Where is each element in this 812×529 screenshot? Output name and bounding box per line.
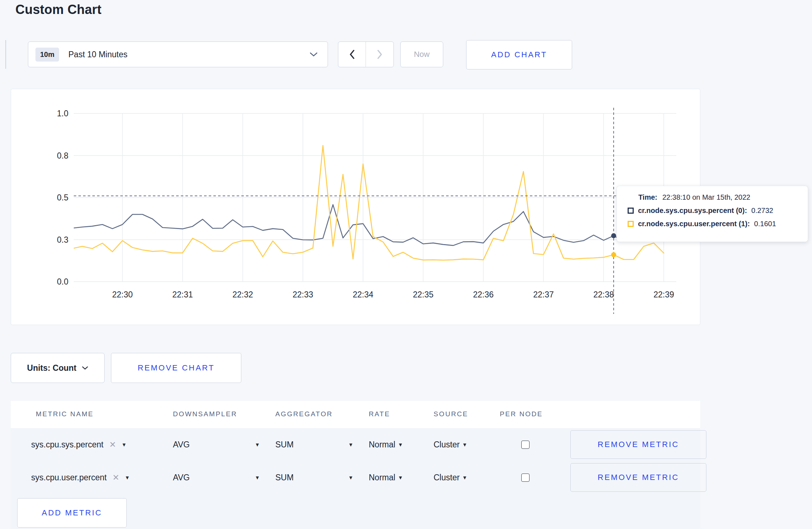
downsampler-select[interactable]: AVG ▾ <box>173 428 259 461</box>
col-header-aggregator: AGGREGATOR <box>275 410 333 418</box>
grid-lines <box>74 113 676 282</box>
aggregator-select[interactable]: SUM ▾ <box>275 461 352 494</box>
tooltip-series-name: cr.node.sys.cpu.sys.percent (0): <box>638 207 747 215</box>
chart-card: 0.00.30.50.81.022:3022:3122:3222:3322:34… <box>11 89 700 325</box>
remove-metric-button[interactable]: REMOVE METRIC <box>570 430 706 459</box>
svg-text:22:31: 22:31 <box>172 290 193 299</box>
per-node-checkbox[interactable] <box>521 474 530 482</box>
table-row: sys.cpu.sys.percent ✕ ▾ AVG ▾ SUM ▾ Norm… <box>11 428 700 461</box>
svg-text:22:34: 22:34 <box>353 290 373 299</box>
col-header-metric-name: METRIC NAME <box>36 410 94 418</box>
toolbar-divider <box>5 40 6 69</box>
units-label: Units: Count <box>27 363 77 373</box>
series-swatch-sys <box>628 208 634 214</box>
page-title: Custom Chart <box>15 2 101 17</box>
hover-dot <box>611 252 616 257</box>
svg-text:22:39: 22:39 <box>653 290 674 299</box>
series-swatch-user <box>628 221 634 227</box>
source-select[interactable]: Cluster ▾ <box>434 461 466 494</box>
tooltip-series-value: 0.2732 <box>751 207 773 215</box>
svg-text:0.0: 0.0 <box>57 277 68 286</box>
y-axis-labels: 0.00.30.50.81.0 <box>57 109 68 286</box>
tooltip-time-value: 22:38:10 on Mar 15th, 2022 <box>662 193 750 202</box>
hover-dot <box>611 233 616 238</box>
rate-select[interactable]: Normal ▾ <box>369 428 402 461</box>
col-header-rate: RATE <box>369 410 390 418</box>
caret-down-icon: ▾ <box>463 441 467 448</box>
tooltip-series-name: cr.node.sys.cpu.user.percent (1): <box>638 220 750 228</box>
prev-time-button[interactable] <box>338 42 366 67</box>
x-axis-labels: 22:3022:3122:3222:3322:3422:3522:3622:37… <box>112 290 674 299</box>
tooltip-series-value: 0.1601 <box>754 220 776 228</box>
svg-text:22:36: 22:36 <box>473 290 494 299</box>
col-header-downsampler: DOWNSAMPLER <box>173 410 237 418</box>
metrics-table-header: METRIC NAME DOWNSAMPLER AGGREGATOR RATE … <box>11 401 700 428</box>
svg-text:0.3: 0.3 <box>57 235 68 244</box>
chevron-right-icon <box>377 50 383 59</box>
timeseries-chart[interactable]: 0.00.30.50.81.022:3022:3122:3222:3322:34… <box>11 89 701 325</box>
rate-select[interactable]: Normal ▾ <box>369 461 402 494</box>
svg-text:22:30: 22:30 <box>112 290 133 299</box>
svg-text:22:37: 22:37 <box>533 290 554 299</box>
caret-down-icon: ▾ <box>126 474 129 481</box>
per-node-checkbox[interactable] <box>521 441 530 449</box>
next-time-button[interactable] <box>366 42 393 67</box>
chevron-down-icon <box>310 52 318 57</box>
downsampler-select[interactable]: AVG ▾ <box>173 461 259 494</box>
caret-down-icon: ▾ <box>399 441 402 448</box>
time-range-badge: 10m <box>35 48 59 62</box>
clear-metric-icon[interactable]: ✕ <box>109 440 116 450</box>
chevron-down-icon <box>82 366 88 370</box>
hover-crosshair <box>74 108 676 314</box>
remove-metric-button[interactable]: REMOVE METRIC <box>570 463 706 492</box>
svg-text:1.0: 1.0 <box>57 109 68 118</box>
caret-down-icon: ▾ <box>256 441 259 448</box>
tooltip-time-label: Time: <box>638 193 657 202</box>
add-chart-button[interactable]: ADD CHART <box>466 40 572 69</box>
metric-name-select[interactable]: sys.cpu.user.percent ✕ ▾ <box>31 461 129 494</box>
add-metric-button[interactable]: ADD METRIC <box>17 498 127 528</box>
svg-text:22:32: 22:32 <box>232 290 253 299</box>
col-header-per-node: PER NODE <box>500 410 543 418</box>
metric-name-select[interactable]: sys.cpu.sys.percent ✕ ▾ <box>31 428 126 461</box>
series-lines <box>72 145 664 260</box>
units-dropdown[interactable]: Units: Count <box>11 353 105 383</box>
time-range-dropdown[interactable]: 10m Past 10 Minutes <box>28 42 328 67</box>
chevron-left-icon <box>349 50 355 59</box>
caret-down-icon: ▾ <box>349 474 352 481</box>
caret-down-icon: ▾ <box>256 474 259 481</box>
caret-down-icon: ▾ <box>349 441 352 448</box>
remove-chart-button[interactable]: REMOVE CHART <box>111 353 241 383</box>
svg-text:0.5: 0.5 <box>57 193 68 202</box>
now-button[interactable]: Now <box>400 42 443 67</box>
caret-down-icon: ▾ <box>463 474 467 481</box>
chart-tooltip: Time: 22:38:10 on Mar 15th, 2022 cr.node… <box>617 186 808 242</box>
svg-text:0.8: 0.8 <box>57 151 68 160</box>
aggregator-select[interactable]: SUM ▾ <box>275 428 352 461</box>
svg-text:22:35: 22:35 <box>413 290 434 299</box>
col-header-source: SOURCE <box>434 410 468 418</box>
time-nav-group <box>338 42 394 67</box>
svg-text:22:33: 22:33 <box>293 290 313 299</box>
table-row: sys.cpu.user.percent ✕ ▾ AVG ▾ SUM ▾ Nor… <box>11 461 700 494</box>
time-range-label: Past 10 Minutes <box>68 50 310 59</box>
clear-metric-icon[interactable]: ✕ <box>112 473 119 482</box>
caret-down-icon: ▾ <box>122 441 126 448</box>
svg-text:22:38: 22:38 <box>593 290 614 299</box>
caret-down-icon: ▾ <box>399 474 402 481</box>
source-select[interactable]: Cluster ▾ <box>434 428 466 461</box>
